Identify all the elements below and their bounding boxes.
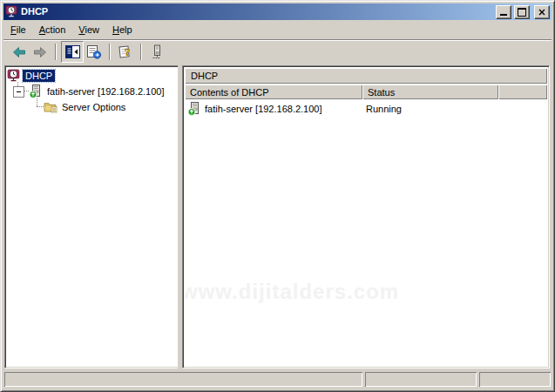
tree-connector-line	[37, 106, 44, 107]
tree-item-server-options[interactable]: Server Options	[44, 99, 128, 114]
help-button[interactable]: ?	[115, 42, 136, 62]
list-cell-status: Running	[360, 104, 402, 114]
column-header-empty	[498, 84, 547, 99]
list-cell-name[interactable]: fatih-server [192.168.2.100]	[185, 102, 360, 116]
window-title: DHCP	[21, 3, 493, 20]
close-button[interactable]	[534, 5, 550, 19]
list-header-row: Contents of DHCP Status	[185, 84, 547, 99]
tree-expander-collapse[interactable]	[13, 86, 24, 98]
dhcp-server-running-icon	[187, 102, 201, 116]
status-panel-main	[4, 372, 362, 387]
toolbar-separator	[140, 44, 142, 60]
tree-connector-line	[37, 98, 37, 106]
console-tree-pane: DHCP fatih-server [192.168.2.100]	[4, 65, 179, 368]
column-header-status[interactable]: Status	[362, 84, 498, 99]
tree-item-dhcp-root[interactable]: DHCP	[7, 68, 55, 83]
minimize-icon	[500, 14, 507, 16]
tree-item-server[interactable]: fatih-server [192.168.2.100]	[29, 84, 167, 98]
help-icon: ?	[118, 44, 133, 59]
menu-view[interactable]: View	[72, 22, 106, 37]
status-panel-middle	[365, 372, 477, 387]
menu-action[interactable]: Action	[33, 22, 73, 37]
tree-label-server[interactable]: fatih-server [192.168.2.100]	[44, 85, 167, 98]
export-list-button[interactable]	[84, 42, 105, 62]
tree-label-dhcp[interactable]: DHCP	[23, 70, 55, 82]
toolbar: ?	[3, 39, 552, 64]
menu-help[interactable]: Help	[106, 22, 139, 37]
close-icon	[538, 9, 545, 16]
result-pane-banner-label: DHCP	[191, 71, 218, 81]
back-arrow-icon	[12, 46, 26, 58]
list-item-label: fatih-server [192.168.2.100]	[205, 104, 322, 114]
maximize-button[interactable]	[514, 5, 530, 19]
minus-icon	[17, 91, 21, 92]
minimize-button[interactable]	[496, 5, 511, 19]
maximize-icon	[518, 8, 526, 17]
tree-label-server-options[interactable]: Server Options	[59, 101, 128, 113]
show-hide-console-tree-button[interactable]	[61, 41, 84, 63]
console-tree-icon	[65, 45, 80, 58]
title-bar: DHCP	[3, 3, 552, 20]
server-options-folder-icon	[44, 100, 58, 114]
dhcp-console-window: DHCP File Action View Help	[0, 0, 555, 392]
status-panel-right	[479, 372, 551, 387]
dhcp-server-running-icon	[29, 84, 43, 98]
svg-text:?: ?	[125, 45, 131, 58]
add-server-button[interactable]	[146, 42, 167, 62]
menu-bar: File Action View Help	[3, 21, 552, 38]
status-bar	[4, 372, 551, 387]
forward-button[interactable]	[30, 42, 51, 62]
export-list-icon	[86, 44, 102, 59]
watermark-text: www.dijitalders.com	[185, 280, 399, 304]
toolbar-separator	[109, 44, 111, 60]
back-button[interactable]	[9, 42, 30, 62]
toolbar-separator	[55, 44, 57, 60]
list-view: fatih-server [192.168.2.100] Running www…	[185, 99, 547, 366]
result-pane: DHCP Contents of DHCP Status	[182, 65, 550, 368]
dhcp-console-icon	[7, 69, 21, 83]
menu-file[interactable]: File	[4, 22, 33, 37]
list-row-server[interactable]: fatih-server [192.168.2.100] Running	[185, 101, 547, 116]
server-icon	[151, 44, 163, 59]
column-header-contents[interactable]: Contents of DHCP	[185, 84, 362, 99]
forward-arrow-icon	[33, 46, 47, 58]
dhcp-app-icon	[5, 5, 18, 18]
result-pane-banner: DHCP	[185, 68, 547, 84]
